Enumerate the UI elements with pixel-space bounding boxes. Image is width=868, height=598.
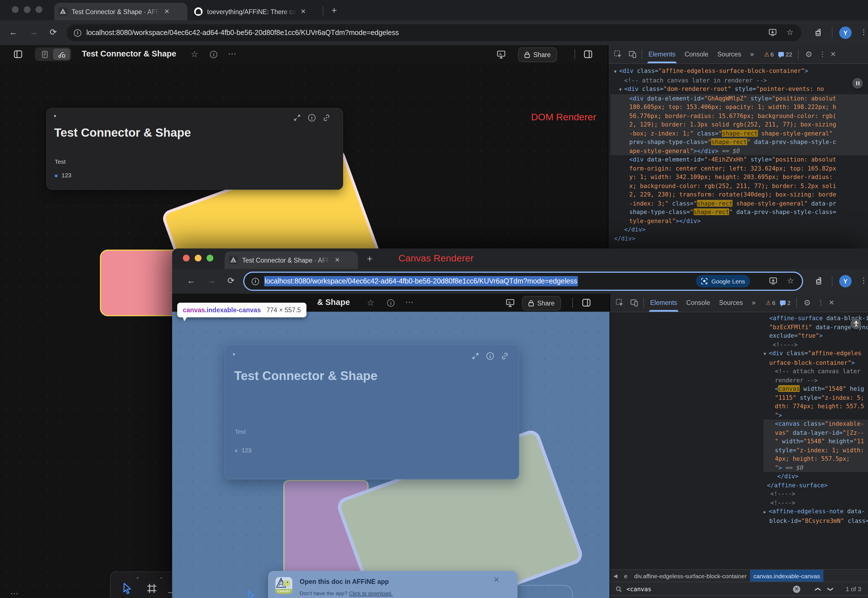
pause-overlay-icon[interactable]: [852, 78, 863, 89]
tab-close-icon[interactable]: ✕: [301, 8, 306, 15]
install-app-icon[interactable]: [769, 277, 777, 285]
search-prev-icon[interactable]: ❯: [814, 587, 820, 592]
devtools-1-code[interactable]: ▼<div class="affine-edgeless-surface-blo…: [611, 67, 868, 243]
devtools-tab-sources[interactable]: Sources: [713, 45, 746, 63]
styles-more-tabs-icon[interactable]: »: [818, 596, 831, 598]
more-menu-icon[interactable]: ⋯: [405, 297, 414, 307]
devtools-tab-sources[interactable]: Sources: [714, 294, 747, 312]
bookmark-star-icon[interactable]: ☆: [786, 28, 793, 37]
device-toolbar-icon[interactable]: [627, 299, 642, 306]
google-lens-button[interactable]: Google Lens: [696, 275, 750, 287]
device-toolbar-icon[interactable]: [625, 50, 640, 58]
download-link[interactable]: Click to download.: [349, 590, 392, 596]
devtools-settings-icon[interactable]: ⚙: [800, 298, 814, 307]
browser-menu-icon[interactable]: ⋮: [860, 276, 867, 285]
edgeless-canvas-2-highlighted[interactable]: ▼ i Test Connector & Shape Test 123 CANA…: [172, 312, 610, 598]
banner-close-icon[interactable]: ✕: [493, 576, 500, 584]
tool-dash-icon[interactable]: –: [168, 588, 172, 596]
page-mode-icon[interactable]: [36, 49, 53, 60]
devtools-issues-badge[interactable]: 22: [778, 51, 792, 58]
address-bar[interactable]: i localhost:8080/workspace/04ec6c42-ad64…: [67, 24, 801, 41]
sidebar-toggle-icon[interactable]: [13, 50, 22, 59]
frame-tool-icon[interactable]: [147, 583, 157, 594]
devtools-warnings-badge[interactable]: ⚠6: [764, 51, 774, 58]
devtools-menu-icon[interactable]: ⋮: [816, 50, 829, 58]
tab-affine[interactable]: Test Connector & Shape · AFF ✕: [54, 3, 187, 20]
right-panel-toggle-icon[interactable]: [582, 298, 591, 307]
forward-icon[interactable]: →: [207, 275, 216, 285]
doc-info-icon[interactable]: i: [387, 299, 394, 306]
extensions-icon[interactable]: [815, 28, 823, 37]
extensions-icon[interactable]: [816, 277, 824, 285]
profile-avatar[interactable]: Y: [839, 27, 852, 39]
back-icon[interactable]: ←: [187, 275, 195, 285]
site-info-icon[interactable]: i: [252, 278, 259, 285]
minimize-traffic-light[interactable]: [24, 6, 30, 13]
note-collapse-icon[interactable]: ▼: [232, 352, 236, 356]
address-bar-focused[interactable]: i localhost:8080/workspace/04ec6c42-ad64…: [245, 273, 802, 290]
breadcrumb-item[interactable]: e: [621, 573, 631, 579]
select-tool-icon[interactable]: [122, 582, 133, 595]
bookmark-star-icon[interactable]: ☆: [787, 276, 794, 285]
devtools-menu-icon[interactable]: ⋮: [814, 299, 828, 306]
close-traffic-light[interactable]: [12, 6, 19, 13]
breadcrumb-scroll-left-icon[interactable]: ◀: [610, 573, 621, 579]
favorite-star-icon[interactable]: ☆: [367, 298, 374, 308]
mode-switcher[interactable]: [35, 48, 71, 61]
devtools-close-icon[interactable]: ✕: [828, 299, 835, 306]
zoom-traffic-light[interactable]: [207, 255, 213, 262]
tab-github[interactable]: toeverything/AFFiNE: There ca ✕: [189, 3, 321, 20]
edgeless-mode-icon[interactable]: [53, 49, 70, 60]
present-icon[interactable]: [497, 50, 506, 59]
install-app-icon[interactable]: [769, 29, 777, 36]
new-tab-button[interactable]: ＋: [330, 4, 339, 16]
devtools-tab-elements[interactable]: Elements: [646, 294, 682, 312]
devtools-issues-badge[interactable]: 2: [780, 299, 791, 306]
minimize-traffic-light[interactable]: [195, 255, 201, 262]
inspect-element-icon[interactable]: [611, 50, 625, 58]
note-link-icon[interactable]: [501, 352, 509, 360]
note-expand-icon[interactable]: [294, 114, 301, 121]
tab-close-icon[interactable]: ✕: [164, 8, 169, 15]
browser-menu-icon[interactable]: ⋮: [860, 28, 867, 36]
tab-computed[interactable]: Computed: [637, 596, 676, 598]
accessibility-overlay-icon[interactable]: [850, 318, 861, 329]
search-next-icon[interactable]: ❯: [828, 587, 834, 592]
favorite-star-icon[interactable]: ☆: [191, 49, 198, 59]
tab-dom-breakpoints[interactable]: DOM Breakpoints: [758, 596, 818, 598]
present-icon[interactable]: [506, 298, 515, 307]
devtools-tab-elements[interactable]: Elements: [644, 45, 680, 63]
tab-close-icon[interactable]: ✕: [335, 256, 340, 264]
zoom-traffic-light[interactable]: [36, 6, 42, 13]
search-query[interactable]: <canvas: [626, 586, 652, 592]
site-info-icon[interactable]: i: [74, 29, 81, 36]
devtools-tab-console[interactable]: Console: [680, 45, 713, 63]
tab-event-listeners[interactable]: Event Listeners: [704, 596, 758, 598]
close-traffic-light[interactable]: [183, 255, 189, 262]
note-expand-icon[interactable]: [472, 352, 479, 360]
new-tab-button[interactable]: ＋: [365, 253, 374, 265]
devtools-more-tabs-icon[interactable]: »: [747, 294, 760, 312]
more-menu-icon[interactable]: ⋯: [228, 49, 236, 59]
tab-styles[interactable]: Styles: [610, 596, 637, 598]
back-icon[interactable]: ←: [9, 27, 18, 37]
devtools-close-icon[interactable]: ✕: [829, 50, 837, 58]
reload-icon[interactable]: ⟳: [50, 27, 57, 37]
devtools-tab-console[interactable]: Console: [682, 294, 714, 312]
tab-affine[interactable]: Test Connector & Shape · AFF ✕: [225, 251, 358, 269]
note-info-icon[interactable]: i: [486, 352, 494, 360]
doc-info-icon[interactable]: i: [210, 51, 217, 58]
note-collapse-icon[interactable]: ▼: [53, 114, 57, 118]
devtools-warnings-badge[interactable]: ⚠6: [765, 299, 776, 306]
breadcrumb-item[interactable]: div.affine-edgeless-surface-block-contai…: [631, 573, 750, 579]
note-card[interactable]: ▼ i Test Connector & Shape Test 123: [225, 344, 519, 480]
note-card[interactable]: ▼ i Test Connector & Shape Test 123: [46, 108, 343, 190]
search-clear-icon[interactable]: ✕: [793, 585, 800, 593]
share-button[interactable]: Share: [522, 296, 561, 311]
window-more-icon[interactable]: ⋯: [10, 588, 19, 598]
breadcrumb-item-selected[interactable]: canvas.indexable-canvas: [750, 570, 823, 582]
share-button[interactable]: Share: [518, 48, 557, 62]
devtools-2-code[interactable]: <affine-surface data-block-i"bzEcXFMlfi"…: [764, 314, 868, 525]
reload-icon[interactable]: ⟳: [227, 275, 234, 286]
tab-layout[interactable]: Layout: [676, 596, 704, 598]
